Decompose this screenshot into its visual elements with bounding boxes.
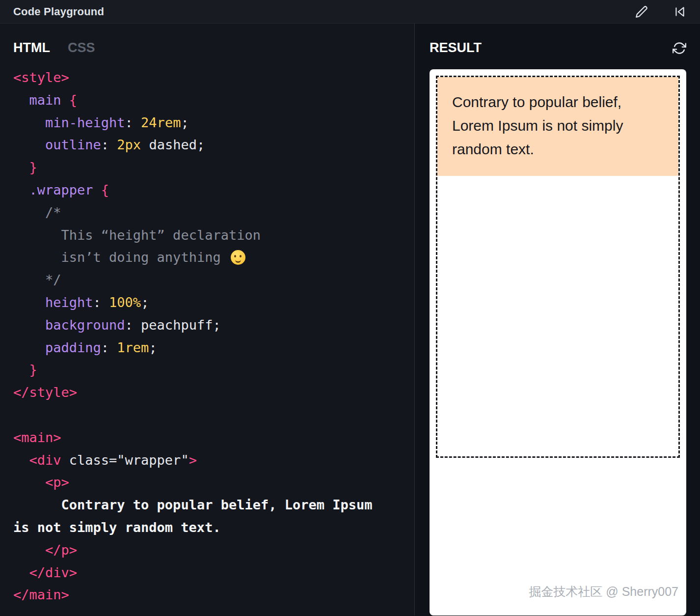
code-line: } [13,156,414,179]
refresh-icon[interactable] [673,41,686,55]
result-card: Contrary to popular belief, Lorem Ipsum … [430,69,686,616]
tab-css[interactable]: CSS [68,40,95,56]
code-line: <style> [13,66,414,89]
code-line: This “height” declaration [13,224,414,247]
code-line: padding: 1rem; [13,336,414,359]
result-wrapper: Contrary to popular belief, Lorem Ipsum … [437,77,678,176]
code-line [13,404,414,426]
editor-tabs: HTML CSS [0,24,414,56]
code-line: isn’t doing anything [13,246,414,269]
code-line: </div> [13,561,414,584]
code-line: </style> [13,381,414,404]
topbar: Code Playground [0,0,700,24]
code-line: Contrary to popular belief, Lorem Ipsum [13,494,414,516]
code-line: height: 100%; [13,291,414,314]
watermark: 掘金技术社区 @ Sherry007 [529,584,678,600]
code-line: </p> [13,539,414,561]
main-content: HTML CSS <style> main { min-height: 24re… [0,24,700,616]
result-main-outline: Contrary to popular belief, Lorem Ipsum … [436,76,680,458]
code-line: .wrapper { [13,179,414,201]
code-line: main { [13,89,414,112]
topbar-icons [635,5,686,18]
code-line: */ [13,269,414,291]
emoji-face-icon [231,250,245,265]
app-title: Code Playground [13,5,104,18]
code-line: /* [13,201,414,224]
result-panel: RESULT Contrary to popular belief, Lorem… [415,24,700,616]
result-header: RESULT [430,24,686,56]
tab-html[interactable]: HTML [13,40,50,56]
code-line: background: peachpuff; [13,314,414,336]
result-title: RESULT [430,40,482,56]
code-line: is not simply random text. [13,516,414,539]
code-line: <main> [13,426,414,449]
result-paragraph: Contrary to popular belief, Lorem Ipsum … [452,90,664,161]
code-line: } [13,359,414,381]
code-line: </main> [13,584,414,606]
editor-panel: HTML CSS <style> main { min-height: 24re… [0,24,415,616]
code-editor[interactable]: <style> main { min-height: 24rem; outlin… [0,66,414,606]
code-line: min-height: 24rem; [13,112,414,134]
skip-back-icon[interactable] [673,5,686,18]
code-line: <p> [13,471,414,494]
code-line: <div class="wrapper"> [13,449,414,472]
edit-pencil-icon[interactable] [635,5,648,18]
code-line: outline: 2px dashed; [13,134,414,156]
